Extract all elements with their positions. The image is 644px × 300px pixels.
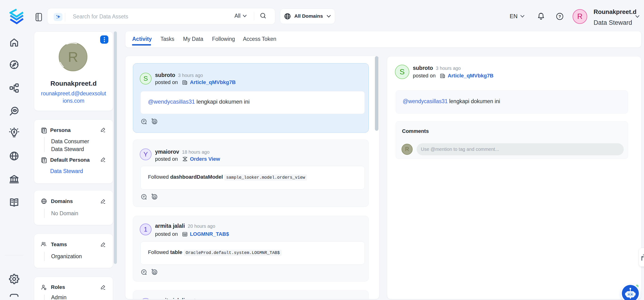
svg-text:?: ? [558,14,561,19]
